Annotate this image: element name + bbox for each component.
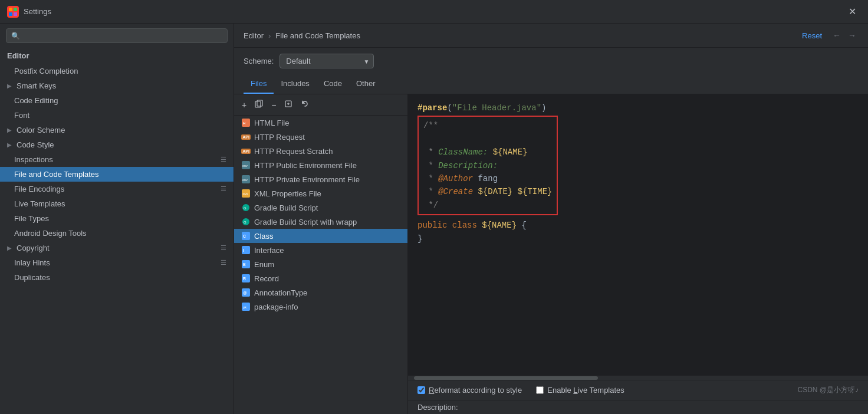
tab-files[interactable]: Files — [244, 74, 274, 94]
sidebar-item-label: Inlay Hints — [14, 258, 50, 267]
code-line-parse: #parse("File Header.java") — [417, 101, 859, 114]
breadcrumb-bar: Editor › File and Code Templates Reset ←… — [234, 24, 868, 48]
remove-template-button[interactable]: − — [268, 98, 279, 111]
sidebar-item-code-editing[interactable]: Code Editing — [0, 93, 234, 108]
reformat-checkbox[interactable] — [417, 386, 425, 394]
code-line-close-brace: } — [417, 232, 859, 245]
file-list: H HTML File API HTTP Request — [234, 116, 407, 414]
code-line-blank — [423, 133, 552, 146]
add-template-button[interactable]: + — [239, 98, 249, 111]
bottom-options: Reformat according to style Enable Live … — [408, 380, 868, 400]
search-input[interactable] — [24, 31, 222, 40]
sidebar: 🔍 Editor Postfix Completion ▶ Smart Keys… — [0, 24, 234, 414]
code-line-create: * @Create ${DATE} ${TIME} — [423, 185, 552, 198]
http-request-icon: API — [241, 132, 251, 142]
interface-icon: I — [241, 245, 251, 255]
back-arrow-icon[interactable]: ← — [830, 29, 843, 41]
tab-code[interactable]: Code — [317, 74, 349, 94]
sidebar-item-file-types[interactable]: File Types — [0, 211, 234, 226]
file-item-label: package-info — [254, 303, 298, 311]
enum-icon: E — [241, 259, 251, 269]
highlighted-comment-block: /** * ClassName: ${NAME} * Description: … — [417, 116, 558, 215]
file-item-label: Interface — [254, 246, 284, 255]
svg-text:E: E — [243, 262, 246, 267]
file-item-label: AnnotationType — [254, 288, 307, 297]
sidebar-item-postfix-completion[interactable]: Postfix Completion — [0, 64, 234, 78]
svg-text:I: I — [243, 248, 244, 252]
sidebar-item-label: File Encodings — [14, 185, 64, 193]
svg-text:G: G — [244, 221, 246, 224]
http-request-scratch-icon: API — [241, 146, 251, 156]
duplicate-template-button[interactable] — [281, 98, 295, 111]
list-item[interactable]: E Enum — [234, 257, 407, 271]
code-line-classname: * ClassName: ${NAME} — [423, 146, 552, 159]
list-item[interactable]: @ AnnotationType — [234, 285, 407, 300]
svg-text:R: R — [243, 277, 246, 281]
sidebar-item-code-style[interactable]: ▶ Code Style — [0, 137, 234, 152]
list-item[interactable]: R Record — [234, 271, 407, 285]
breadcrumb-separator: › — [268, 31, 271, 40]
code-line-comment-close: */ — [423, 199, 552, 212]
sidebar-item-smart-keys[interactable]: ▶ Smart Keys — [0, 78, 234, 93]
file-item-label: XML Properties File — [254, 189, 321, 198]
code-editor[interactable]: #parse("File Header.java") /** * ClassNa… — [408, 94, 868, 375]
svg-text:G: G — [244, 206, 246, 210]
chevron-right-icon: ▶ — [7, 83, 12, 89]
list-item[interactable]: pk package-info — [234, 300, 407, 314]
sidebar-item-font[interactable]: Font — [0, 108, 234, 123]
list-item[interactable]: G Gradle Build Script — [234, 201, 407, 215]
live-templates-checkbox-row: Enable Live Templates — [536, 386, 624, 395]
sidebar-item-android-design-tools[interactable]: Android Design Tools — [0, 226, 234, 241]
close-button[interactable]: ✕ — [844, 4, 861, 19]
file-item-label: HTTP Request Scratch — [254, 147, 333, 156]
code-editor-pane: #parse("File Header.java") /** * ClassNa… — [408, 94, 868, 414]
tab-includes[interactable]: Includes — [274, 74, 316, 94]
live-templates-checkbox[interactable] — [536, 386, 544, 394]
window-title: Settings — [24, 7, 844, 16]
sidebar-item-live-templates[interactable]: Live Templates — [0, 196, 234, 211]
sidebar-item-label: Live Templates — [14, 199, 65, 208]
list-item[interactable]: G Gradle Build Script with wrapp — [234, 215, 407, 229]
list-item[interactable]: I Interface — [234, 243, 407, 257]
list-item[interactable]: H HTML File — [234, 116, 407, 130]
sidebar-item-label: Color Scheme — [17, 126, 65, 134]
file-item-label: Gradle Build Script — [254, 203, 318, 212]
tab-other[interactable]: Other — [349, 74, 383, 94]
sidebar-item-inspections[interactable]: Inspections ☰ — [0, 152, 234, 167]
file-item-label: Class — [254, 232, 274, 241]
sidebar-item-inlay-hints[interactable]: Inlay Hints ☰ — [0, 255, 234, 270]
scheme-select[interactable]: Default — [280, 54, 374, 68]
list-item[interactable]: API HTTP Request — [234, 130, 407, 144]
list-item[interactable]: API HTTP Request Scratch — [234, 144, 407, 158]
parse-keyword: #parse — [417, 103, 447, 113]
file-list-toolbar: + − — [234, 94, 407, 116]
undo-template-button[interactable] — [298, 98, 312, 111]
sidebar-item-file-encodings[interactable]: File Encodings ☰ — [0, 182, 234, 196]
forward-arrow-icon[interactable]: → — [846, 29, 859, 41]
sidebar-item-color-scheme[interactable]: ▶ Color Scheme — [0, 123, 234, 137]
list-item[interactable]: env HTTP Public Environment File — [234, 158, 407, 172]
svg-text:@: @ — [243, 291, 247, 295]
sidebar-item-duplicates[interactable]: Duplicates — [0, 270, 234, 285]
search-box: 🔍 — [6, 28, 228, 43]
search-icon: 🔍 — [11, 32, 20, 40]
code-line-comment-open: /** — [423, 119, 552, 132]
list-item[interactable]: XML XML Properties File — [234, 186, 407, 201]
sidebar-item-copyright[interactable]: ▶ Copyright ☰ — [0, 241, 234, 255]
http-private-env-icon: env — [241, 175, 251, 184]
copy-template-button[interactable] — [252, 98, 266, 111]
class-icon: C — [241, 231, 251, 241]
reformat-checkbox-row: Reformat according to style — [417, 386, 522, 395]
watermark: CSDN @是小方呀♪ — [797, 385, 859, 395]
svg-rect-1 — [9, 8, 12, 11]
list-item-class[interactable]: C Class — [234, 229, 407, 243]
list-item[interactable]: env HTTP Private Environment File — [234, 172, 407, 186]
sidebar-item-file-and-code-templates[interactable]: File and Code Templates — [0, 167, 234, 182]
horizontal-scrollbar[interactable] — [408, 375, 868, 380]
reset-button[interactable]: Reset — [798, 30, 826, 41]
sidebar-item-label: Android Design Tools — [14, 229, 87, 238]
svg-text:C: C — [243, 234, 246, 238]
svg-text:pk: pk — [243, 305, 247, 309]
chevron-right-icon: ▶ — [7, 127, 12, 133]
sidebar-item-label: Font — [14, 111, 29, 120]
